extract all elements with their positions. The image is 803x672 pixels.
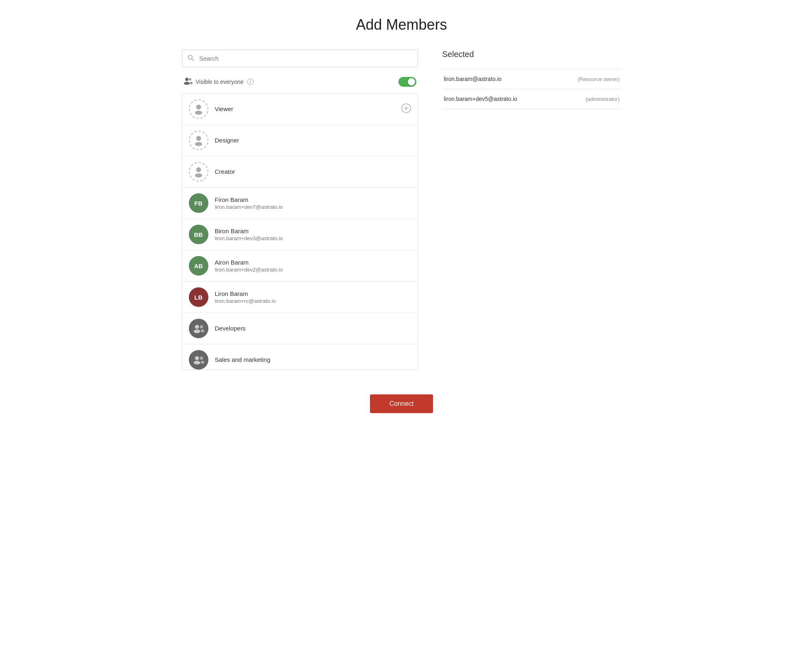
svg-point-7 — [195, 111, 202, 115]
group-avatar — [189, 319, 208, 338]
svg-point-14 — [195, 173, 202, 177]
member-info: Sales and marketing — [215, 356, 411, 364]
member-info: Firon Baram liron.baram+dev7@astrato.io — [215, 196, 411, 210]
member-info: Developers — [215, 325, 411, 333]
role-avatar — [189, 131, 208, 150]
visible-to-everyone-row: Visible to everyone i — [182, 74, 418, 90]
svg-point-21 — [200, 357, 203, 360]
info-icon[interactable]: i — [247, 79, 254, 85]
list-item[interactable]: AB Airon Baram liron.baram+dev2@astrato.… — [182, 250, 418, 282]
connect-btn-wrap: Connect — [182, 394, 621, 413]
member-name: Sales and marketing — [215, 356, 411, 363]
selected-item: liron.baram+dev5@astrato.io (administrat… — [442, 89, 621, 109]
user-avatar: FB — [189, 193, 208, 213]
list-item[interactable]: Creator — [182, 156, 418, 188]
member-name: Developers — [215, 325, 411, 332]
right-panel: Selected liron.baram@astrato.io (Resourc… — [442, 50, 621, 109]
svg-point-2 — [185, 78, 188, 81]
list-item[interactable]: FB Firon Baram liron.baram+dev7@astrato.… — [182, 188, 418, 219]
selected-title: Selected — [442, 50, 621, 62]
member-list-container: Viewer Designer Cr — [182, 93, 418, 370]
group-avatar — [189, 350, 208, 370]
svg-point-22 — [201, 361, 204, 364]
left-panel: Visible to everyone i Viewer — [182, 50, 418, 370]
selected-role: (Resource owner) — [578, 76, 619, 82]
svg-point-3 — [184, 82, 190, 85]
user-avatar: LB — [189, 287, 208, 307]
selected-role: (administrator) — [586, 96, 620, 102]
connect-button[interactable]: Connect — [370, 394, 433, 413]
svg-point-4 — [189, 78, 191, 81]
svg-point-12 — [195, 142, 202, 146]
visible-to-everyone-label: Visible to everyone — [196, 79, 244, 85]
member-info: Liron Baram liron.baram+rc@astrato.io — [215, 290, 411, 304]
role-avatar — [189, 99, 208, 119]
search-wrapper — [182, 50, 418, 67]
search-input[interactable] — [182, 50, 418, 67]
add-member-icon[interactable] — [401, 103, 411, 115]
member-email: liron.baram+dev3@astrato.io — [215, 235, 411, 241]
user-avatar: BB — [189, 225, 208, 244]
member-name: Liron Baram — [215, 290, 411, 297]
member-info: Biron Baram liron.baram+dev3@astrato.io — [215, 228, 411, 241]
svg-point-18 — [201, 330, 204, 333]
member-name: Airon Baram — [215, 259, 411, 266]
member-info: Designer — [215, 137, 411, 144]
toggle-thumb — [408, 78, 415, 85]
member-info: Airon Baram liron.baram+dev2@astrato.io — [215, 259, 411, 273]
visible-left: Visible to everyone i — [184, 77, 254, 87]
list-item[interactable]: BB Biron Baram liron.baram+dev3@astrato.… — [182, 219, 418, 250]
svg-point-19 — [195, 356, 199, 360]
svg-point-13 — [196, 167, 201, 172]
list-item[interactable]: Designer — [182, 125, 418, 156]
svg-point-5 — [190, 82, 193, 84]
member-email: liron.baram+dev2@astrato.io — [215, 267, 411, 273]
page-title: Add Members — [182, 16, 621, 33]
list-item[interactable]: Viewer — [182, 94, 418, 125]
member-name: Viewer — [215, 105, 401, 112]
svg-point-11 — [196, 136, 201, 141]
svg-line-1 — [192, 59, 194, 61]
search-icon — [188, 55, 194, 63]
svg-point-20 — [194, 361, 200, 365]
role-avatar — [189, 162, 208, 182]
svg-point-16 — [194, 330, 200, 333]
visible-toggle[interactable] — [398, 77, 416, 87]
list-item[interactable]: Developers — [182, 313, 418, 344]
list-item[interactable]: Sales and marketing — [182, 344, 418, 370]
svg-point-15 — [195, 325, 199, 329]
list-item[interactable]: LB Liron Baram liron.baram+rc@astrato.io — [182, 282, 418, 313]
member-info: Creator — [215, 168, 411, 176]
member-info: Viewer — [215, 105, 401, 113]
member-name: Designer — [215, 137, 411, 144]
selected-list: liron.baram@astrato.io (Resource owner) … — [442, 69, 621, 109]
member-name: Biron Baram — [215, 228, 411, 234]
user-avatar: AB — [189, 256, 208, 276]
selected-email: liron.baram+dev5@astrato.io — [444, 96, 517, 102]
member-name: Firon Baram — [215, 196, 411, 203]
svg-point-17 — [200, 325, 203, 328]
selected-email: liron.baram@astrato.io — [444, 76, 502, 82]
member-list-scroll[interactable]: Viewer Designer Cr — [182, 94, 418, 370]
people-icon — [184, 77, 193, 87]
member-name: Creator — [215, 168, 411, 175]
member-email: liron.baram+dev7@astrato.io — [215, 204, 411, 210]
selected-item: liron.baram@astrato.io (Resource owner) — [442, 69, 621, 89]
member-email: liron.baram+rc@astrato.io — [215, 298, 411, 304]
svg-point-6 — [196, 105, 201, 109]
